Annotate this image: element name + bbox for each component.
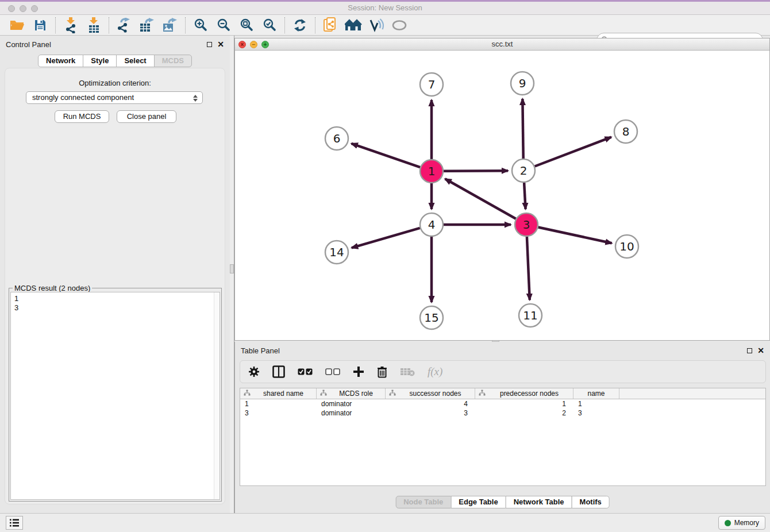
memory-button[interactable]: Memory <box>718 516 765 530</box>
graph-edge-3-1[interactable] <box>445 179 516 218</box>
float-panel-icon[interactable] <box>747 348 752 353</box>
import-table-button[interactable] <box>82 16 105 34</box>
vertical-splitter-handle[interactable] <box>230 264 234 273</box>
graph-edge-2-3[interactable] <box>524 183 525 209</box>
zoom-selected-icon <box>263 18 276 32</box>
close-panel-icon[interactable]: ✕ <box>757 348 764 353</box>
save-floppy-icon <box>34 19 47 32</box>
vertical-splitter[interactable] <box>230 36 234 513</box>
network-document-icon <box>323 17 338 33</box>
table-settings-button[interactable] <box>248 366 260 377</box>
tab-style[interactable]: Style <box>83 55 117 67</box>
cell-predecessor-nodes[interactable]: 1 <box>475 399 573 408</box>
tab-select[interactable]: Select <box>116 55 154 67</box>
graph-node-2[interactable]: 2 <box>512 159 535 182</box>
cell-successor-nodes[interactable]: 4 <box>386 399 475 408</box>
column-header-name[interactable]: name <box>573 388 619 399</box>
criterion-dropdown[interactable]: strongly connected component <box>26 91 203 104</box>
mac-close-button[interactable] <box>8 5 15 12</box>
cell-name[interactable]: 3 <box>573 408 619 418</box>
graph-node-15[interactable]: 15 <box>420 306 443 329</box>
mac-zoom-button[interactable] <box>31 5 38 12</box>
tab-motifs[interactable]: Motifs <box>572 496 610 508</box>
open-file-button[interactable] <box>6 16 29 34</box>
cell-MCDS-role[interactable]: dominator <box>317 408 386 418</box>
import-network-button[interactable] <box>59 16 82 34</box>
close-panel-icon[interactable]: ✕ <box>217 41 224 47</box>
cell-MCDS-role[interactable]: dominator <box>317 399 386 408</box>
column-header-shared-name[interactable]: shared name <box>240 388 317 399</box>
tab-node-table[interactable]: Node Table <box>395 496 451 508</box>
function-builder-button[interactable]: f(x) <box>428 365 442 378</box>
tab-mcds[interactable]: MCDS <box>154 55 192 67</box>
graph-node-7[interactable]: 7 <box>420 73 443 96</box>
graph-node-6[interactable]: 6 <box>325 127 348 150</box>
graph-edge-1-2[interactable] <box>444 171 508 171</box>
zoom-out-button[interactable] <box>212 16 235 34</box>
table-toolbar: f(x) <box>240 360 766 383</box>
graph-node-4[interactable]: 4 <box>420 213 443 236</box>
save-session-button[interactable] <box>29 16 52 34</box>
mac-minimize-button[interactable] <box>20 5 26 12</box>
column-header-successor-nodes[interactable]: successor nodes <box>386 388 475 399</box>
network-canvas[interactable]: 7968124314101511 <box>235 51 769 340</box>
network-maximize-button[interactable]: + <box>261 41 269 48</box>
graph-node-9[interactable]: 9 <box>511 72 534 95</box>
graph-edge-2-8[interactable] <box>535 137 611 167</box>
graph-edge-3-10[interactable] <box>538 227 612 243</box>
graph-node-3[interactable]: 3 <box>515 213 538 236</box>
table-row-1[interactable]: 3dominator323 <box>240 408 765 418</box>
tab-network[interactable]: Network <box>38 55 83 67</box>
toggle-columns-button[interactable] <box>272 365 285 378</box>
column-header-predecessor-nodes[interactable]: predecessor nodes <box>475 388 573 399</box>
table-row-0[interactable]: 1dominator411 <box>240 399 765 408</box>
network-minimize-button[interactable]: − <box>250 41 257 48</box>
network-close-button[interactable]: × <box>238 41 246 48</box>
add-column-button[interactable] <box>353 366 364 377</box>
column-header-MCDS-role[interactable]: MCDS role <box>317 388 386 399</box>
zoom-fit-button[interactable] <box>235 16 258 34</box>
eye-button[interactable] <box>388 16 411 34</box>
tab-edge-table[interactable]: Edge Table <box>451 496 506 508</box>
graph-edge-3-11[interactable] <box>527 237 530 300</box>
graph-node-1[interactable]: 1 <box>420 160 443 183</box>
zoom-selected-button[interactable] <box>258 16 281 34</box>
result-scrollbar[interactable] <box>214 292 220 499</box>
zoom-fit-icon <box>240 18 253 32</box>
toggle-graphics-details-button[interactable] <box>365 16 388 34</box>
cell-successor-nodes[interactable]: 3 <box>386 408 475 418</box>
delete-column-button[interactable] <box>377 366 387 378</box>
graph-edge-4-14[interactable] <box>352 228 420 248</box>
cell-name[interactable]: 1 <box>573 399 619 408</box>
float-panel-icon[interactable] <box>207 42 212 47</box>
deselect-all-columns-button[interactable] <box>325 368 340 375</box>
tab-network-table[interactable]: Network Table <box>506 496 572 508</box>
graph-node-8[interactable]: 8 <box>614 120 637 143</box>
network-window-titlebar[interactable]: × − + scc.txt <box>235 38 769 51</box>
graph-node-10[interactable]: 10 <box>615 235 638 258</box>
open-folder-icon <box>10 19 25 32</box>
graph-node-14[interactable]: 14 <box>325 241 348 264</box>
graph-edge-2-9[interactable] <box>522 99 523 159</box>
mcds-result-text[interactable]: 1 3 <box>10 292 220 500</box>
cell-shared-name[interactable]: 3 <box>240 408 317 418</box>
mcds-panel: Optimization criterion: strongly connect… <box>5 68 225 504</box>
network-from-selection-button[interactable] <box>319 16 342 34</box>
run-mcds-button[interactable]: Run MCDS <box>55 110 109 123</box>
export-table-button[interactable] <box>136 16 159 34</box>
cell-predecessor-nodes[interactable]: 2 <box>475 408 573 418</box>
apply-layout-button[interactable] <box>288 16 311 34</box>
export-network-button[interactable] <box>113 16 136 34</box>
cell-shared-name[interactable]: 1 <box>240 399 317 408</box>
graph-edge-1-6[interactable] <box>352 144 421 167</box>
network-list-button[interactable] <box>6 516 23 530</box>
export-image-button[interactable] <box>159 16 182 34</box>
close-panel-button[interactable]: Close panel <box>117 110 176 123</box>
graph-node-11[interactable]: 11 <box>519 304 542 327</box>
home-button[interactable] <box>342 16 365 34</box>
table-tabs: Node TableEdge TableNetwork TableMotifs <box>395 496 610 508</box>
delete-table-button[interactable] <box>400 367 415 376</box>
graph-node-label-2: 2 <box>520 164 528 178</box>
select-all-columns-button[interactable] <box>298 368 313 375</box>
zoom-in-button[interactable] <box>189 16 212 34</box>
